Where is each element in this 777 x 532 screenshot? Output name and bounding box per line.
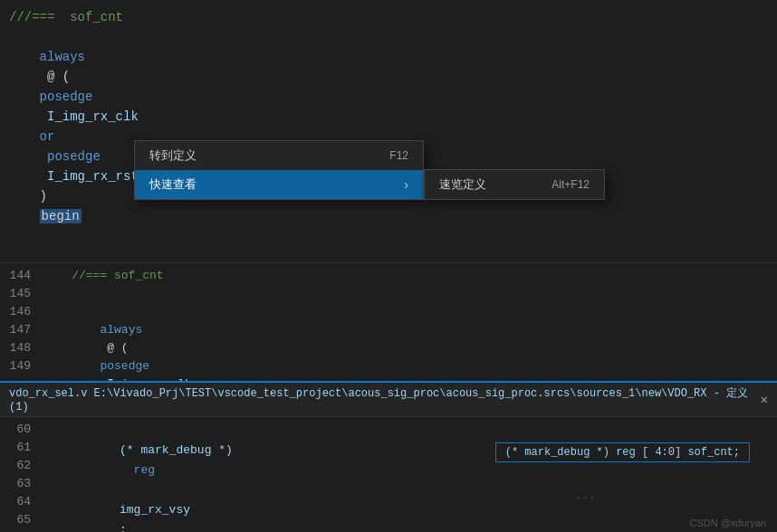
def-line-60: (* mark_debug *) reg img_rx_vsy ; bbox=[40, 421, 777, 532]
definition-tab-path: vdo_rx_sel.v E:\Vivado_Prj\TEST\vscode_t… bbox=[9, 385, 752, 413]
tooltip-box: (* mark_debug *) reg [ 4:0] sof_cnt; bbox=[495, 442, 750, 462]
b-line-144: //=== sof_cnt bbox=[43, 267, 777, 285]
definition-tab: vdo_rx_sel.v E:\Vivado_Prj\TEST\vscode_t… bbox=[0, 383, 777, 417]
kw-always: always bbox=[40, 50, 85, 64]
code-line-always: always @ ( posedge I_img_rx_clk or posed… bbox=[0, 27, 777, 246]
bottom-line-numbers: 144 145 146 147 148 149 bbox=[0, 263, 40, 381]
menu-item-quicklook-label: 快速查看 bbox=[149, 176, 197, 193]
submenu-shortcut: Alt+F12 bbox=[552, 178, 590, 191]
def-content-area: 60 61 62 63 64 65 66 67 68 69 70 (* mark… bbox=[0, 417, 777, 532]
definition-panel: vdo_rx_sel.v E:\Vivado_Prj\TEST\vscode_t… bbox=[0, 381, 777, 532]
def-line-numbers: 60 61 62 63 64 65 66 67 68 69 70 bbox=[0, 417, 40, 532]
submenu-peek-definition[interactable]: 速览定义 Alt+F12 bbox=[424, 169, 605, 200]
code-line-comment: ///=== sof_cnt bbox=[0, 7, 777, 27]
begin-keyword: begin bbox=[40, 209, 82, 223]
b-line-145: always @ ( posedge I_img_rx_clk or posed… bbox=[43, 285, 777, 381]
ellipsis: ··· bbox=[575, 491, 596, 505]
bottom-panel: 144 145 146 147 148 149 //=== sof_cnt al… bbox=[0, 262, 777, 532]
bottom-code-area: 144 145 146 147 148 149 //=== sof_cnt al… bbox=[0, 263, 777, 381]
bottom-code-lines: //=== sof_cnt always @ ( posedge I_img_r… bbox=[40, 263, 777, 381]
code-line-if1: if ( I_img_rx_rst == 1'b1 ) bbox=[0, 246, 777, 262]
menu-item-goto-shortcut: F12 bbox=[389, 149, 408, 162]
menu-item-arrow-icon: › bbox=[404, 177, 408, 192]
menu-item-quick-look[interactable]: 快速查看 › bbox=[135, 170, 423, 199]
context-menu-wrapper: 转到定义 F12 快速查看 › 速览定义 Alt+F12 bbox=[134, 140, 605, 200]
context-menu: 转到定义 F12 快速查看 › bbox=[134, 140, 424, 200]
top-editor-panel: ///=== sof_cnt always @ ( posedge I_img_… bbox=[0, 0, 777, 262]
close-definition-button[interactable]: ✕ bbox=[761, 392, 768, 407]
credit-text: CSDN @xduryan bbox=[689, 518, 766, 528]
def-code-lines: (* mark_debug *) reg img_rx_vsy ; (* mar… bbox=[40, 417, 777, 532]
submenu-label: 速览定义 bbox=[439, 176, 486, 193]
menu-item-goto-label: 转到定义 bbox=[149, 147, 197, 164]
menu-item-goto-definition[interactable]: 转到定义 F12 bbox=[135, 141, 423, 170]
tooltip-text: (* mark_debug *) reg [ 4:0] sof_cnt; bbox=[505, 446, 740, 459]
